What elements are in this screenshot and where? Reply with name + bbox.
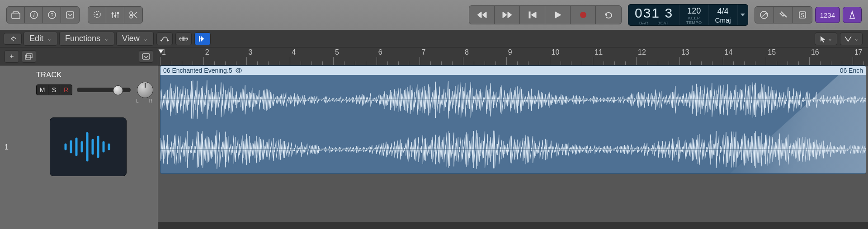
- ruler-number: 6: [378, 48, 382, 56]
- ruler-number: 1: [162, 48, 166, 56]
- marquee-tool-selector[interactable]: ⌄: [840, 33, 863, 45]
- add-track-button[interactable]: +: [5, 50, 19, 63]
- svg-point-11: [130, 12, 132, 14]
- key-value: Cmaj: [715, 16, 731, 24]
- right-tool-group: S: [755, 6, 812, 23]
- tempo-keep: KEEP: [688, 16, 700, 20]
- solo-safe-icon[interactable]: S: [793, 7, 812, 23]
- lcd-position[interactable]: 031 3 BARBEAT: [628, 5, 680, 25]
- ruler-number: 16: [811, 48, 819, 56]
- lcd-tempo[interactable]: 120 KEEP TEMPO: [680, 5, 709, 25]
- catch-playhead-icon[interactable]: [194, 33, 211, 45]
- no-overlap-icon[interactable]: [755, 7, 774, 23]
- tempo-label: TEMPO: [686, 20, 702, 25]
- svg-point-18: [160, 40, 162, 41]
- tuning-fork-icon[interactable]: [774, 7, 793, 23]
- svg-text:i: i: [33, 12, 35, 19]
- scissors-icon[interactable]: [124, 7, 142, 23]
- solo-button[interactable]: S: [48, 85, 60, 95]
- record-button[interactable]: [571, 6, 596, 24]
- volume-slider[interactable]: [77, 88, 131, 92]
- lcd-menu-dropdown[interactable]: [738, 5, 748, 25]
- ruler-number: 8: [465, 48, 469, 56]
- ruler-number: 10: [552, 48, 560, 56]
- svg-rect-20: [199, 36, 200, 42]
- waveform-icon: [61, 129, 115, 165]
- track-header-row: + 1234567891011121314151617: [0, 47, 868, 65]
- cycle-button[interactable]: [596, 6, 621, 24]
- svg-rect-21: [25, 55, 31, 59]
- view-menu-label: View: [122, 34, 140, 43]
- edit-menu-label: Edit: [29, 34, 43, 43]
- back-tool-button[interactable]: [4, 33, 22, 45]
- svg-text:S: S: [801, 12, 804, 19]
- horizontal-scrollbar[interactable]: [158, 222, 868, 229]
- chevron-down-icon: ⌄: [143, 36, 148, 42]
- ruler-number: 5: [335, 48, 339, 56]
- svg-rect-22: [27, 54, 32, 58]
- svg-rect-23: [142, 54, 150, 59]
- track-header[interactable]: 1 TRACK M S R L R: [0, 65, 158, 229]
- timeline-ruler[interactable]: 1234567891011121314151617: [158, 47, 868, 65]
- pan-knob[interactable]: [137, 82, 153, 98]
- list-icon[interactable]: [61, 7, 79, 23]
- pointer-tool-selector[interactable]: ⌄: [815, 33, 837, 45]
- play-button[interactable]: [545, 6, 571, 24]
- track-thumbnail: [50, 117, 127, 176]
- top-toolbar: i ? 031 3 BARBEAT 120 KEEP TEMPO 4/4 Cma…: [0, 0, 868, 30]
- tempo-value: 120: [687, 6, 701, 16]
- loop-icon: [236, 67, 242, 74]
- edit-menu[interactable]: Edit⌄: [24, 32, 57, 46]
- ruler-number: 17: [854, 48, 863, 56]
- rewind-button[interactable]: [469, 6, 495, 24]
- add-track-stack-button[interactable]: [22, 50, 36, 63]
- ruler-number: 15: [768, 48, 776, 56]
- sig-value: 4/4: [717, 7, 729, 16]
- chevron-down-icon: ⌄: [104, 36, 108, 42]
- pan-right-label: R: [149, 98, 152, 103]
- audio-region[interactable]: 06 Enchanted Evening.5 06 Ench: [160, 65, 866, 174]
- ruler-number: 2: [205, 48, 209, 56]
- svg-text:?: ?: [50, 12, 53, 19]
- ruler-number: 4: [292, 48, 296, 56]
- chevron-down-icon: ⌄: [828, 36, 832, 42]
- transport-controls: [469, 5, 622, 24]
- library-icon[interactable]: [7, 7, 25, 23]
- info-icon[interactable]: i: [25, 7, 43, 23]
- svg-rect-13: [529, 12, 530, 18]
- svg-rect-5: [66, 12, 74, 18]
- automation-curve-icon[interactable]: [156, 33, 173, 45]
- position-bar-value: 031: [635, 5, 660, 20]
- region-name: 06 Enchanted Evening.5: [163, 67, 232, 74]
- view-group: [88, 6, 143, 23]
- track-number: 1: [5, 143, 9, 151]
- chevron-down-icon: ⌄: [854, 36, 859, 42]
- svg-point-10: [117, 12, 119, 14]
- smart-controls-icon[interactable]: [88, 7, 106, 23]
- metronome-button[interactable]: [843, 7, 862, 23]
- forward-button[interactable]: [495, 6, 520, 24]
- svg-point-12: [130, 15, 132, 18]
- library-group: i ?: [6, 6, 80, 23]
- go-to-start-button[interactable]: [520, 6, 545, 24]
- track-add-controls: +: [0, 47, 158, 65]
- ruler-number: 12: [638, 48, 646, 56]
- count-in-button[interactable]: 1234: [815, 7, 840, 23]
- svg-point-7: [96, 14, 98, 15]
- lcd-display: 031 3 BARBEAT 120 KEEP TEMPO 4/4 Cmaj: [628, 4, 748, 26]
- record-enable-button[interactable]: R: [60, 85, 72, 95]
- view-menu[interactable]: View⌄: [116, 32, 154, 46]
- track-header-config-button[interactable]: [139, 50, 153, 63]
- functions-menu[interactable]: Functions⌄: [59, 32, 114, 46]
- help-icon[interactable]: ?: [43, 7, 61, 23]
- ruler-number: 13: [681, 48, 689, 56]
- functions-menu-label: Functions: [65, 34, 100, 43]
- lcd-signature[interactable]: 4/4 Cmaj: [709, 5, 738, 25]
- mixer-icon[interactable]: [106, 7, 124, 23]
- arrangement-area[interactable]: 06 Enchanted Evening.5 06 Ench: [158, 65, 868, 229]
- lcd-bar-label: BAR: [639, 21, 648, 25]
- mute-button[interactable]: M: [37, 85, 48, 95]
- lcd-beat-label: BEAT: [657, 21, 669, 25]
- flex-icon[interactable]: [175, 33, 192, 45]
- ruler-number: 11: [594, 48, 603, 56]
